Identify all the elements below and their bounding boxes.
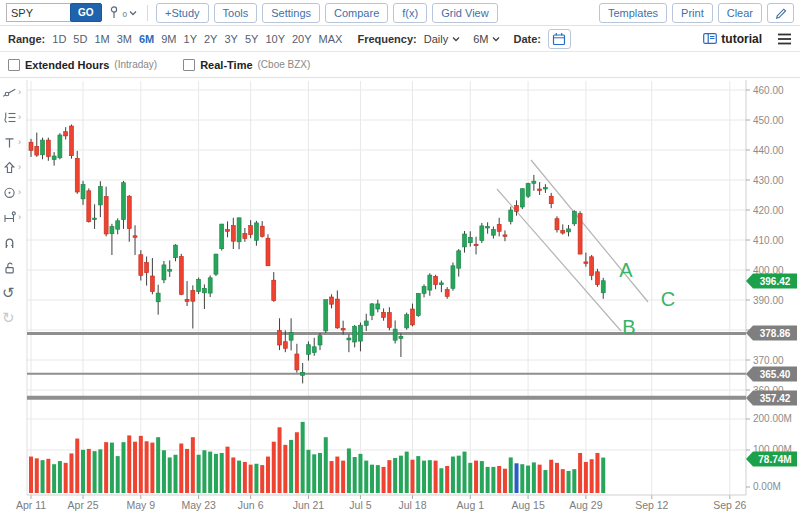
range-option[interactable]: 1D [52, 33, 66, 45]
real-time-label: Real-Time [200, 59, 252, 71]
svg-text:78.74M: 78.74M [758, 454, 791, 465]
measure-icon [2, 210, 17, 225]
range-bar: Range: 1D 5D 1M 3M 6M 9M 1Y 2Y 3Y 5Y 10Y… [0, 26, 800, 52]
range-option[interactable]: 3Y [224, 33, 237, 45]
real-time-checkbox[interactable] [183, 59, 195, 71]
frequency-dropdown[interactable]: Daily [424, 33, 460, 45]
flyout-chevron-icon: › [18, 88, 21, 97]
annotation-count: 0 [123, 10, 127, 19]
magnet-tool[interactable] [2, 234, 28, 250]
chevron-down-icon [129, 10, 137, 16]
svg-text:200.00M: 200.00M [753, 413, 792, 424]
redo-icon: ↻ [2, 310, 15, 325]
range-option[interactable]: 10Y [265, 33, 285, 45]
svg-text:420.00: 420.00 [753, 205, 784, 216]
svg-text:370.00: 370.00 [753, 355, 784, 366]
svg-text:May 9: May 9 [127, 499, 156, 511]
session-options-bar: Extended Hours (Intraday) Real-Time (Cbo… [0, 52, 800, 78]
svg-text:430.00: 430.00 [753, 175, 784, 186]
undo-button[interactable]: ↺ [2, 284, 28, 300]
go-button[interactable]: GO [70, 3, 102, 22]
svg-text:Jul 5: Jul 5 [349, 499, 371, 511]
extended-hours-checkbox[interactable] [8, 59, 20, 71]
range-option[interactable]: 5Y [245, 33, 258, 45]
settings-button[interactable]: Settings [262, 3, 320, 23]
add-study-button[interactable]: +Study [156, 3, 209, 23]
magnet-icon [2, 235, 17, 250]
frequency-value: Daily [424, 33, 448, 45]
arrow-up-icon [2, 160, 17, 175]
chevron-down-icon [452, 36, 460, 42]
print-button[interactable]: Print [672, 3, 713, 23]
period-value: 6M [473, 33, 488, 45]
main-toolbar: GO 0 +Study Tools Settings Compare f(x) … [0, 0, 800, 26]
extended-hours-option[interactable]: Extended Hours (Intraday) [8, 59, 157, 71]
draw-mode-button[interactable] [767, 3, 794, 23]
svg-text:Sep 12: Sep 12 [635, 499, 668, 511]
frequency-label: Frequency: [357, 33, 416, 45]
grid-view-button[interactable]: Grid View [432, 3, 497, 23]
text-tool[interactable]: › [2, 134, 28, 150]
range-option[interactable]: 1Y [184, 33, 197, 45]
flyout-chevron-icon: › [18, 188, 21, 197]
clear-button[interactable]: Clear [718, 3, 762, 23]
trendline-tool[interactable]: › [2, 84, 28, 100]
compare-button[interactable]: Compare [325, 3, 388, 23]
svg-text:378.86: 378.86 [760, 328, 791, 339]
pencil-icon [773, 5, 788, 20]
svg-text:365.40: 365.40 [760, 369, 791, 380]
tools-button[interactable]: Tools [214, 3, 258, 23]
real-time-option[interactable]: Real-Time (Cboe BZX) [183, 59, 310, 71]
svg-text:Jun 21: Jun 21 [293, 499, 325, 511]
svg-text:0.00M: 0.00M [753, 481, 781, 492]
svg-text:Aug 1: Aug 1 [457, 499, 485, 511]
svg-text:Jun 6: Jun 6 [238, 499, 264, 511]
undo-icon: ↺ [2, 285, 15, 300]
extended-hours-label: Extended Hours [25, 59, 109, 71]
svg-text:410.00: 410.00 [753, 235, 784, 246]
fibonacci-icon [2, 110, 17, 125]
range-option[interactable]: 1M [94, 33, 109, 45]
price-chart[interactable]: 460.00450.00440.00430.00420.00410.00400.… [0, 78, 800, 524]
flyout-chevron-icon: › [18, 113, 21, 122]
range-option-active[interactable]: 6M [139, 33, 154, 45]
redo-button[interactable]: ↻ [2, 309, 28, 325]
period-dropdown[interactable]: 6M [473, 33, 500, 45]
annotations-tool[interactable]: › [2, 109, 28, 125]
range-label: Range: [8, 33, 45, 45]
arrow-tool[interactable]: › [2, 159, 28, 175]
trendline-icon [2, 85, 17, 100]
menu-button[interactable] [777, 33, 792, 45]
range-option[interactable]: 3M [117, 33, 132, 45]
unlock-icon [2, 260, 17, 275]
unlock-tool[interactable] [2, 259, 28, 275]
svg-text:Sep 26: Sep 26 [713, 499, 746, 511]
flyout-chevron-icon: › [18, 163, 21, 172]
range-option[interactable]: 5D [73, 33, 87, 45]
svg-text:450.00: 450.00 [753, 115, 784, 126]
workspace-menu[interactable]: tutorial [703, 32, 762, 46]
circle-icon [2, 185, 17, 200]
range-option[interactable]: 20Y [292, 33, 312, 45]
measure-tool[interactable]: › [2, 209, 28, 225]
calendar-icon [552, 32, 566, 46]
range-option[interactable]: 9M [161, 33, 176, 45]
real-time-sublabel: (Cboe BZX) [258, 59, 311, 70]
svg-text:440.00: 440.00 [753, 145, 784, 156]
svg-text:396.42: 396.42 [760, 276, 791, 287]
function-button[interactable]: f(x) [393, 3, 427, 23]
svg-text:Jul 18: Jul 18 [398, 499, 426, 511]
pin-icon [109, 5, 121, 20]
svg-text:A: A [619, 259, 633, 281]
text-icon [2, 135, 17, 150]
range-option[interactable]: MAX [319, 33, 343, 45]
ellipse-tool[interactable]: › [2, 184, 28, 200]
annotation-count-dropdown[interactable]: 0 [107, 5, 139, 20]
date-label: Date: [513, 33, 541, 45]
workspace-name: tutorial [721, 32, 762, 46]
range-option[interactable]: 2Y [204, 33, 217, 45]
templates-button[interactable]: Templates [599, 3, 667, 23]
ticker-input[interactable] [6, 3, 71, 22]
hamburger-icon [777, 33, 792, 45]
date-picker-button[interactable] [548, 29, 571, 49]
